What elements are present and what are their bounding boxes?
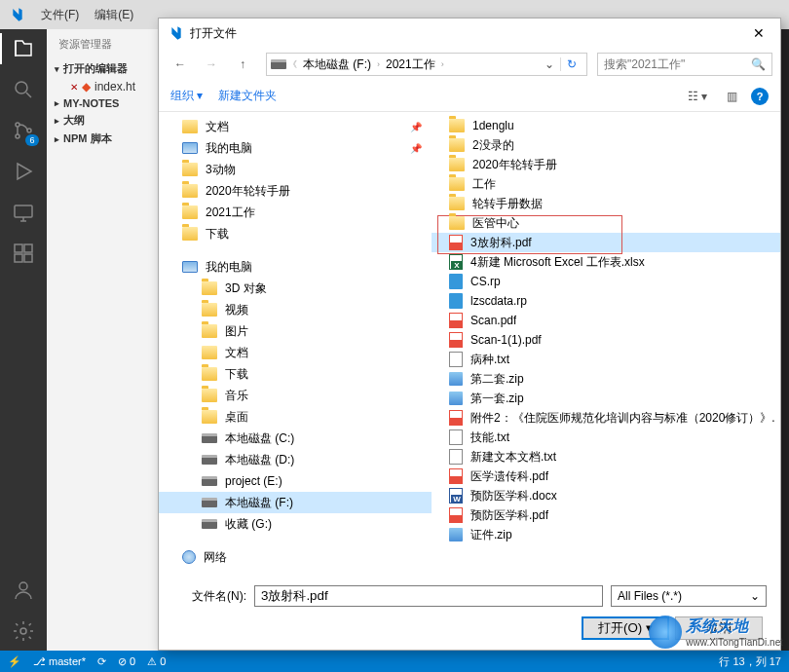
file-item[interactable]: 附件2：《住院医师规范化培训内容与标准（2020修订）》. [432, 408, 780, 428]
view-mode-button[interactable]: ☷ ▾ [682, 88, 713, 105]
nav-item[interactable]: 音乐 [159, 385, 432, 406]
section-outline[interactable]: ▸大纲 [47, 111, 164, 130]
nav-item[interactable]: 本地磁盘 (C:) [159, 428, 432, 449]
preview-pane-button[interactable]: ▥ [721, 88, 743, 105]
account-icon[interactable] [12, 579, 35, 602]
file-item[interactable]: 2没录的 [432, 135, 780, 155]
drive-icon [202, 476, 217, 486]
nav-item-label: 桌面 [225, 409, 248, 426]
explorer-icon[interactable] [12, 37, 35, 60]
nav-item[interactable]: 视频 [159, 299, 432, 320]
svg-rect-7 [15, 254, 22, 262]
new-folder-button[interactable]: 新建文件夹 [218, 88, 277, 104]
menu-file[interactable]: 文件(F) [33, 7, 87, 23]
chevron-right-icon: ▸ [55, 98, 59, 108]
file-item[interactable]: 4新建 Microsoft Excel 工作表.xlsx [432, 252, 780, 272]
nav-forward-button[interactable]: → [198, 53, 225, 76]
zip-icon [449, 528, 463, 541]
scm-icon[interactable]: 6 [12, 119, 35, 142]
file-item[interactable]: 预防医学科.pdf [432, 505, 780, 525]
file-item[interactable]: 新建文本文档.txt [432, 447, 780, 467]
file-item[interactable]: CS.rp [432, 272, 780, 291]
scm-badge: 6 [25, 134, 39, 146]
search-input[interactable] [604, 57, 751, 71]
status-errors[interactable]: ⊘ 0 [118, 655, 135, 668]
breadcrumb-drive[interactable]: 本地磁盘 (F:) [299, 56, 375, 73]
status-cursor[interactable]: 行 13，列 17 [719, 654, 781, 669]
chevron-right-icon: 《 [288, 58, 297, 71]
svg-point-2 [16, 134, 19, 138]
nav-item[interactable]: project (E:) [159, 470, 432, 492]
status-remote-icon[interactable]: ⚡ [8, 655, 21, 668]
file-item[interactable]: 技能.txt [432, 428, 780, 447]
breadcrumb-folder[interactable]: 2021工作 [382, 56, 439, 73]
nav-item[interactable]: 本地磁盘 (F:) [159, 492, 432, 513]
nav-item[interactable]: 桌面 [159, 406, 432, 428]
nav-item[interactable]: 我的电脑📌 [159, 137, 432, 159]
file-item[interactable]: 医管中心 [432, 213, 780, 233]
folder-icon [449, 177, 465, 191]
file-item[interactable]: 轮转手册数据 [432, 194, 780, 213]
status-warnings[interactable]: ⚠ 0 [147, 655, 166, 668]
file-item[interactable]: 证件.zip [432, 525, 780, 544]
file-item[interactable]: 病种.txt [432, 350, 780, 369]
breadcrumb[interactable]: 《 本地磁盘 (F:) › 2021工作 › ⌄ ↻ [266, 53, 587, 76]
section-npm[interactable]: ▸NPM 脚本 [47, 130, 164, 148]
nav-item[interactable]: 文档 [159, 342, 432, 363]
file-item[interactable]: 预防医学科.docx [432, 486, 780, 505]
breadcrumb-dropdown-icon[interactable]: ⌄ [541, 57, 558, 71]
open-editor-file[interactable]: ✕◆index.ht [47, 78, 164, 95]
debug-icon[interactable] [12, 160, 35, 183]
nav-item[interactable]: 3D 对象 [159, 278, 432, 299]
nav-item-label: 本地磁盘 (D:) [225, 452, 294, 468]
nav-item[interactable]: 本地磁盘 (D:) [159, 449, 432, 470]
nav-item[interactable]: 下载 [159, 223, 432, 244]
nav-item[interactable]: 2021工作 [159, 202, 432, 223]
nav-up-button[interactable]: ↑ [229, 53, 256, 76]
pdf-icon [449, 410, 463, 426]
file-name: 预防医学科.docx [470, 488, 557, 504]
dialog-close-button[interactable]: ✕ [745, 21, 772, 45]
nav-item[interactable]: 我的电脑 [159, 256, 432, 278]
extensions-icon[interactable] [12, 242, 35, 265]
vscode-logo-icon [8, 7, 23, 22]
refresh-icon[interactable]: ↻ [560, 57, 582, 71]
folder-icon [202, 389, 217, 402]
section-open-editors[interactable]: ▾打开的编辑器 [47, 59, 164, 78]
file-item[interactable]: 第一套.zip [432, 389, 780, 408]
net-icon [182, 550, 196, 564]
nav-back-button[interactable]: ← [167, 53, 194, 76]
file-item[interactable]: Scan.pdf [432, 311, 780, 330]
rp-icon [449, 274, 463, 289]
file-item[interactable]: Scan-1(1).pdf [432, 330, 780, 350]
status-branch[interactable]: ⎇ master* [33, 655, 86, 668]
search-icon[interactable]: 🔍 [751, 57, 766, 71]
search-icon[interactable] [12, 78, 35, 101]
help-icon[interactable]: ? [751, 88, 769, 105]
nav-item[interactable]: 2020年轮转手册 [159, 180, 432, 202]
file-item[interactable]: 3放射科.pdf [432, 233, 780, 252]
organize-button[interactable]: 组织 ▾ [170, 88, 203, 104]
file-item[interactable]: 医学遗传科.pdf [432, 467, 780, 486]
filename-input[interactable] [254, 585, 603, 607]
status-sync[interactable]: ⟳ [97, 655, 106, 668]
nav-item[interactable]: 网络 [159, 546, 432, 568]
nav-item[interactable]: 图片 [159, 320, 432, 342]
nav-item[interactable]: 文档📌 [159, 116, 432, 137]
settings-icon[interactable] [12, 619, 35, 643]
file-item[interactable]: 第二套.zip [432, 369, 780, 389]
nav-item[interactable]: 3动物 [159, 159, 432, 180]
remote-icon[interactable] [12, 201, 35, 224]
file-filter-dropdown[interactable]: All Files (*.*)⌄ [611, 585, 767, 607]
rp-icon [449, 293, 463, 309]
search-box[interactable]: 🔍 [597, 53, 772, 76]
file-item[interactable]: 1denglu [432, 116, 780, 135]
close-icon[interactable]: ✕ [70, 82, 78, 93]
section-my-notes[interactable]: ▸MY-NOTES [47, 95, 164, 111]
file-item[interactable]: lzscdata.rp [432, 291, 780, 311]
menu-edit[interactable]: 编辑(E) [87, 7, 141, 23]
nav-item[interactable]: 下载 [159, 363, 432, 385]
file-item[interactable]: 工作 [432, 174, 780, 194]
file-item[interactable]: 2020年轮转手册 [432, 155, 780, 174]
nav-item[interactable]: 收藏 (G:) [159, 513, 432, 535]
